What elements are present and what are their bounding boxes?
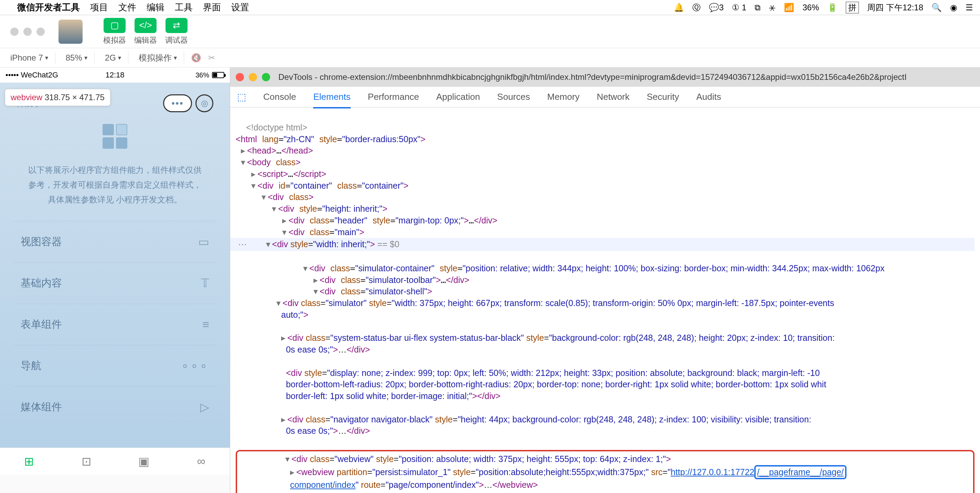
battery-icon [212,72,224,78]
devtools-title: DevTools - chrome-extension://mbeenbnhnm… [278,72,907,82]
list-item-media[interactable]: 媒体组件▷ [14,386,216,428]
list-item-form[interactable]: 表单组件≡ [14,304,216,345]
dots-icon: ∘∘∘ [181,359,209,372]
component-list: 视图容器▭ 基础内容𝕋 表单组件≡ 导航∘∘∘ 媒体组件▷ [14,221,216,428]
status-time: 12:18 [78,70,151,80]
minimize-icon[interactable] [24,27,32,36]
close-icon[interactable] [10,27,19,36]
tab-api[interactable]: ⊡ [80,455,93,468]
code-icon: </> [135,18,157,33]
tab-elements[interactable]: Elements [313,92,350,108]
mute-icon[interactable]: 🔇 [191,53,201,63]
bluetooth-icon[interactable]: ⚹ [769,3,776,13]
zoom-select[interactable]: 85%▾ [62,52,95,64]
carrier-text: ••••• WeChat2G [5,70,78,80]
menu-file[interactable]: 文件 [118,2,136,13]
display-icon[interactable]: ⧉ [755,3,760,13]
list-item-view[interactable]: 视图容器▭ [14,221,216,262]
network-select[interactable]: 2G▾ [102,52,128,64]
tab-components[interactable]: ⊞ [22,455,36,468]
maximize-icon[interactable] [262,73,270,81]
devtools-panel: DevTools - chrome-extension://mbeenbnhnm… [230,67,980,493]
wechat-icon[interactable]: 💬 3 [709,3,724,13]
grid-icon [103,124,127,149]
wifi-icon[interactable]: 📶 [784,3,794,13]
ime-indicator[interactable]: 拼 [846,2,859,13]
tab-application[interactable]: Application [436,92,480,102]
menubar-right: 🔔 Ⓠ 💬 3 ① 1 ⧉ ⚹ 📶 36% 🔋 拼 周四 下午12:18 🔍 ◉… [674,2,973,13]
inspect-icon[interactable]: ⬚ [237,91,246,102]
menu-settings[interactable]: 设置 [231,2,249,13]
controlcenter-icon[interactable]: ☰ [966,3,973,13]
spotlight-icon[interactable]: 🔍 [931,3,942,13]
list-icon: ≡ [202,318,209,331]
highlight-box-1: ▾<div class="webview" style="position: a… [236,450,975,493]
debugger-button[interactable]: ⇄ 调试器 [165,18,188,45]
menu-project[interactable]: 项目 [90,2,108,13]
inspect-tooltip: webview 318.75 × 471.75 [5,89,110,106]
battery-icon: 🔋 [827,3,838,13]
device-bar: iPhone 7▾ 85%▾ 2G▾ 模拟操作▾ 🔇 ✂ [0,48,980,67]
menu-ui[interactable]: 界面 [203,2,221,13]
list-item-basic[interactable]: 基础内容𝕋 [14,262,216,304]
chevron-down-icon: ▾ [45,54,48,62]
tab-performance[interactable]: Performance [368,92,419,102]
app-toolbar: ▢ 模拟器 </> 编辑器 ⇄ 调试器 [0,15,980,48]
simulator-panel: ••••• WeChat2G 12:18 36% webview 318.75 … [0,67,230,493]
menu-tools[interactable]: 工具 [175,2,193,13]
minimize-icon[interactable] [249,73,257,81]
capsule-menu-icon[interactable]: ••• [163,94,192,112]
sim-ops-select[interactable]: 模拟操作▾ [135,51,184,65]
tab-memory[interactable]: Memory [547,92,579,102]
tab-console[interactable]: Console [263,92,296,102]
phone-icon: ▢ [103,18,126,33]
page-desc: 以下将展示小程序官方组件能力，组件样式仅供 参考，开发者可根据自身需求自定义组件… [14,163,216,207]
datetime[interactable]: 周四 下午12:18 [867,2,923,13]
siri-icon[interactable]: ◉ [950,3,957,13]
q-icon[interactable]: Ⓠ [692,2,701,13]
tab-sources[interactable]: Sources [497,92,530,102]
tab-cloud[interactable]: ∞ [194,455,208,468]
status-battery-pct: 36% [196,71,209,79]
tab-chip[interactable]: ▣ [137,455,151,468]
notif-icon[interactable]: 🔔 [674,3,684,13]
menu-edit[interactable]: 编辑 [146,2,164,13]
project-avatar[interactable] [59,20,83,44]
capsule-close-icon[interactable]: ◎ [196,94,213,112]
bug-icon: ⇄ [165,18,188,33]
card-icon: ▭ [198,235,209,249]
app-name[interactable]: 微信开发者工具 [17,2,80,13]
tab-audits[interactable]: Audits [696,92,721,102]
devtools-titlebar: DevTools - chrome-extension://mbeenbnhnm… [230,67,980,87]
close-icon[interactable] [236,73,244,81]
play-icon: ▷ [200,400,209,414]
text-icon: 𝕋 [201,276,209,290]
list-item-nav[interactable]: 导航∘∘∘ [14,345,216,386]
battery-pct: 36% [802,3,819,13]
device-select[interactable]: iPhone 7▾ [7,52,56,64]
editor-button[interactable]: </> 编辑器 [134,18,157,45]
phone-tabbar: ⊞ ⊡ ▣ ∞ [0,448,230,474]
simulator-button[interactable]: ▢ 模拟器 [103,18,126,45]
tab-network[interactable]: Network [597,92,629,102]
dom-tree[interactable]: <!doctype html> <html lang="zh-CN" style… [230,107,980,493]
maximize-icon[interactable] [37,27,45,36]
devtools-tabs: ⬚ Console Elements Performance Applicati… [230,87,980,107]
window-controls [3,27,52,36]
macos-menubar: 微信开发者工具 项目 文件 编辑 工具 界面 设置 🔔 Ⓠ 💬 3 ① 1 ⧉ … [0,0,980,15]
phone-statusbar: ••••• WeChat2G 12:18 36% [0,67,230,83]
tab-security[interactable]: Security [647,92,679,102]
globe-icon[interactable]: ① 1 [732,3,746,13]
cut-icon[interactable]: ✂ [208,53,215,63]
